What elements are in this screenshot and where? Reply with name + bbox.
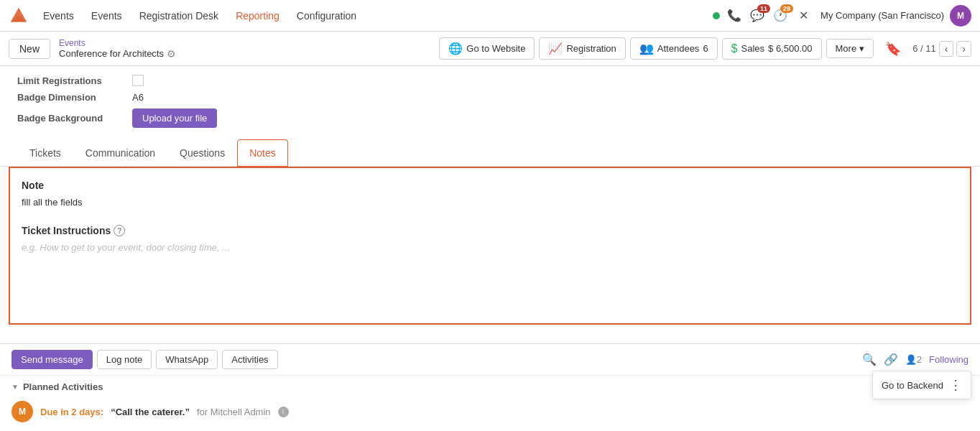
new-button[interactable]: New: [9, 39, 50, 59]
activities-button[interactable]: Activities: [222, 350, 277, 369]
goto-backend-tooltip: Go to Backend ⋮: [872, 371, 971, 399]
activity-icon[interactable]: 🕐 29: [772, 7, 789, 24]
planned-activities-header[interactable]: ▼ Planned Activities: [11, 381, 969, 392]
planned-activities-section: ▼ Planned Activities M Due in 2 days: “C…: [0, 375, 980, 431]
notes-panel[interactable]: Note fill all the fields Ticket Instruct…: [9, 167, 971, 325]
send-message-button[interactable]: Send message: [11, 350, 93, 369]
breadcrumb: Events Conference for Architects ⚙: [59, 38, 176, 60]
company-name: My Company (San Francisco): [820, 10, 944, 21]
activity-row: M Due in 2 days: “Call the caterer.” for…: [11, 398, 969, 425]
limit-registrations-checkbox[interactable]: [132, 75, 144, 86]
followers-count: 👤2: [905, 354, 922, 365]
limit-registrations-row: Limit Registrations: [17, 75, 963, 86]
tab-questions[interactable]: Questions: [167, 139, 237, 167]
pager-next-button[interactable]: ›: [956, 41, 971, 57]
upload-file-button[interactable]: Upload your file: [132, 108, 217, 128]
activity-title: “Call the caterer.”: [111, 407, 190, 417]
badge-background-label: Badge Background: [17, 113, 132, 124]
chatter-right: 🔍 🔗 👤2 Following: [862, 353, 969, 366]
activity-for: for Mitchell Admin: [197, 407, 271, 417]
tab-communication[interactable]: Communication: [73, 139, 167, 167]
settings-gear-icon[interactable]: ⚙: [167, 48, 176, 60]
chat-badge: 11: [757, 4, 770, 13]
pager-prev-button[interactable]: ‹: [939, 41, 954, 57]
main-content: Limit Registrations Badge Dimension A6 B…: [0, 66, 980, 431]
online-status-dot: [713, 12, 720, 19]
dropdown-arrow-icon: ▾: [859, 43, 864, 54]
breadcrumb-parent[interactable]: Events: [59, 38, 176, 48]
badge-dimension-value: A6: [132, 92, 144, 103]
note-section-title: Note: [22, 180, 958, 191]
navbar-menu: Events Events Registration Desk Reportin…: [36, 7, 708, 24]
badge-dimension-label: Badge Dimension: [17, 92, 132, 103]
activity-due: Due in 2 days:: [40, 407, 103, 417]
activity-badge: 29: [780, 4, 793, 13]
search-icon[interactable]: 🔍: [862, 353, 877, 366]
tab-tickets[interactable]: Tickets: [17, 139, 73, 167]
badge-background-row: Badge Background Upload your file: [17, 108, 963, 128]
limit-registrations-label: Limit Registrations: [17, 75, 132, 86]
nav-reporting[interactable]: Reporting: [228, 7, 287, 24]
log-note-button[interactable]: Log note: [97, 350, 152, 369]
app-logo[interactable]: [9, 6, 29, 26]
attendees-icon: 👥: [639, 42, 654, 55]
activity-info-icon[interactable]: i: [278, 407, 289, 417]
pager: 6 / 11 ‹ ›: [912, 41, 971, 57]
globe-icon: 🌐: [448, 42, 463, 55]
toolbar: New Events Conference for Architects ⚙ 🌐…: [0, 32, 980, 66]
planned-activities-label: Planned Activities: [23, 381, 103, 392]
nav-events-1[interactable]: Events: [36, 7, 81, 24]
navbar-right: 📞 💬 11 🕐 29 ✕ My Company (San Francisco)…: [713, 5, 971, 27]
goto-backend-label[interactable]: Go to Backend: [882, 380, 943, 391]
bookmark-icon[interactable]: 🔖: [885, 41, 901, 57]
ticket-instructions-placeholder[interactable]: e.g. How to get to your event, door clos…: [22, 242, 958, 253]
chart-icon: 📈: [548, 42, 563, 55]
chat-icon[interactable]: 💬 11: [749, 7, 766, 24]
registration-button[interactable]: 📈 Registration: [539, 37, 625, 60]
ticket-instructions-label: Ticket Instructions ?: [22, 225, 958, 236]
toolbar-actions: 🌐 Go to Website 📈 Registration 👥 Attende…: [439, 37, 874, 60]
whatsapp-button[interactable]: WhatsApp: [156, 350, 218, 369]
activity-avatar: M: [11, 401, 33, 422]
tabs-bar: Tickets Communication Questions Notes: [0, 139, 980, 167]
nav-configuration[interactable]: Configuration: [290, 7, 364, 24]
link-icon[interactable]: 🔗: [884, 353, 898, 366]
user-avatar[interactable]: M: [950, 5, 971, 27]
caret-down-icon: ▼: [11, 383, 19, 391]
goto-website-button[interactable]: 🌐 Go to Website: [439, 37, 535, 60]
note-text[interactable]: fill all the fields: [22, 197, 958, 208]
form-section: Limit Registrations Badge Dimension A6 B…: [0, 66, 980, 139]
badge-dimension-row: Badge Dimension A6: [17, 92, 963, 103]
following-button[interactable]: Following: [929, 354, 969, 365]
more-button[interactable]: More ▾: [826, 39, 874, 58]
nav-registration-desk[interactable]: Registration Desk: [132, 7, 226, 24]
chatter-bar: Send message Log note WhatsApp Activitie…: [0, 343, 980, 375]
nav-events-2[interactable]: Events: [84, 7, 129, 24]
attendees-button[interactable]: 👥 Attendees 6: [630, 37, 718, 60]
navbar: Events Events Registration Desk Reportin…: [0, 0, 980, 32]
close-icon[interactable]: ✕: [795, 7, 812, 24]
sales-button[interactable]: $ Sales $ 6,500.00: [722, 38, 822, 60]
ticket-instructions-help-icon[interactable]: ?: [114, 225, 125, 236]
tooltip-more-icon[interactable]: ⋮: [949, 377, 962, 393]
phone-icon[interactable]: 📞: [726, 7, 743, 24]
tab-notes[interactable]: Notes: [237, 139, 288, 167]
breadcrumb-current: Conference for Architects ⚙: [59, 48, 176, 60]
dollar-icon: $: [731, 42, 738, 55]
